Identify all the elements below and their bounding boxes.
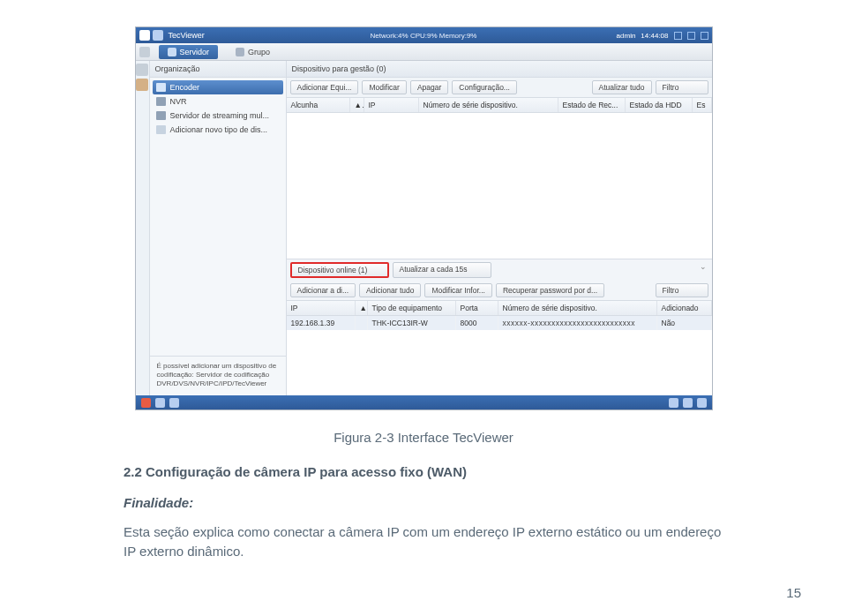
clock: 14:44:08: [641, 32, 668, 40]
content-panel: Dispositivo para gestão (0) Adicionar Eq…: [287, 61, 712, 395]
status-icon[interactable]: [169, 398, 179, 408]
col-ip[interactable]: IP: [287, 301, 356, 315]
col-serial[interactable]: Número de série dispositivo.: [419, 98, 558, 112]
add-all-button[interactable]: Adicionar tudo: [359, 283, 421, 297]
app-name: TecViewer: [169, 31, 205, 40]
table-row[interactable]: 192.168.1.39 THK-ICC13IR-W 8000 xxxxxx-x…: [287, 316, 712, 330]
col-serial[interactable]: Número de série dispositivo.: [498, 301, 657, 315]
sidebar-note: É possível adicionar um dispositivo de c…: [150, 356, 286, 395]
titlebar: TecViewer Network:4% CPU:9% Memory:9% ad…: [136, 27, 712, 43]
col-ip[interactable]: IP: [364, 98, 419, 112]
menu-icon[interactable]: [139, 47, 150, 57]
refresh-interval-button[interactable]: Atualizar a cada 15s: [393, 262, 491, 278]
left-mini-sidebar: [136, 61, 150, 395]
col-sort-icon[interactable]: ▲: [356, 301, 368, 315]
alert-icon[interactable]: [141, 398, 151, 408]
device-tree: Encoder NVR Servidor de streaming mul...…: [150, 78, 286, 356]
group-icon: [236, 48, 244, 56]
col-es[interactable]: Es: [693, 98, 712, 112]
tree-item-label: NVR: [170, 97, 187, 106]
col-recstate[interactable]: Estado de Rec...: [558, 98, 626, 112]
add-equipment-button[interactable]: Adicionar Equi...: [290, 80, 359, 94]
cell-blank: [356, 316, 368, 330]
home-icon[interactable]: [139, 30, 150, 41]
close-icon[interactable]: [701, 32, 708, 40]
online-devices-tab[interactable]: Dispositivo online (1): [290, 262, 389, 278]
col-sort-icon[interactable]: ▲: [350, 98, 364, 112]
online-devices-panel: Dispositivo online (1) Atualizar a cada …: [287, 259, 712, 395]
status-right-icon[interactable]: [697, 398, 707, 408]
filter-button[interactable]: Filtro: [656, 283, 708, 297]
server-icon: [168, 48, 176, 56]
cell-port: 8000: [456, 316, 498, 330]
tree-item-streaming[interactable]: Servidor de streaming mul...: [153, 109, 283, 123]
current-user: admin: [617, 32, 636, 40]
lower-grid-header: IP ▲ Tipo de equipamento Porta Número de…: [287, 300, 712, 316]
subheading: Finalidade:: [124, 495, 723, 510]
col-alias[interactable]: Alcunha: [287, 98, 350, 112]
tree-item-encoder[interactable]: Encoder: [153, 80, 283, 94]
minimize-icon[interactable]: [674, 32, 682, 40]
sidebar: Organização Encoder NVR Servidor de stre…: [150, 61, 287, 395]
maximize-icon[interactable]: [687, 32, 695, 40]
status-icon[interactable]: [155, 398, 165, 408]
lower-tabbar: Dispositivo online (1) Atualizar a cada …: [287, 259, 712, 281]
mini-icon[interactable]: [136, 79, 148, 91]
sidebar-title: Organização: [150, 61, 286, 78]
nvr-icon: [156, 97, 166, 106]
status-right-icon[interactable]: [683, 398, 693, 408]
mini-icon[interactable]: [136, 64, 148, 76]
col-port[interactable]: Porta: [456, 301, 498, 315]
collapse-icon[interactable]: ⌄: [700, 262, 708, 278]
tab-servidor[interactable]: Servidor: [159, 45, 219, 59]
tree-item-label: Encoder: [170, 83, 200, 92]
network-status: Network:4% CPU:9% Memory:9%: [371, 32, 477, 40]
col-added[interactable]: Adicionado: [657, 301, 712, 315]
lower-toolbar: Adicionar a di... Adicionar tudo Modific…: [287, 281, 712, 300]
tab-grupo[interactable]: Grupo: [227, 46, 279, 58]
upper-toolbar: Adicionar Equi... Modificar Apagar Confi…: [287, 78, 712, 97]
delete-button[interactable]: Apagar: [410, 80, 448, 94]
cell-added: Não: [657, 316, 712, 330]
view-tabs: Servidor Grupo: [136, 43, 712, 61]
tree-item-label: Servidor de streaming mul...: [170, 111, 270, 120]
add-to-device-button[interactable]: Adicionar a di...: [290, 283, 356, 297]
app-window: TecViewer Network:4% CPU:9% Memory:9% ad…: [135, 26, 713, 410]
lower-grid-body: [287, 330, 712, 395]
cell-serial: xxxxxx-xxxxxxxxxxxxxxxxxxxxxxxxx: [498, 316, 657, 330]
upper-title: Dispositivo para gestão (0): [287, 61, 712, 78]
modify-info-button[interactable]: Modificar Infor...: [424, 283, 491, 297]
tab-label: Servidor: [180, 48, 210, 56]
streaming-icon: [156, 111, 166, 120]
tab-label: Grupo: [248, 48, 270, 56]
recover-password-button[interactable]: Recuperar password por d...: [496, 283, 604, 297]
cell-type: THK-ICC13IR-W: [368, 316, 456, 330]
encoder-icon: [156, 83, 166, 92]
main-area: Organização Encoder NVR Servidor de stre…: [150, 61, 712, 395]
add-icon: [156, 125, 166, 134]
figure-caption: Figura 2-3 Interface TecViewer: [124, 430, 723, 445]
cell-ip: 192.168.1.39: [287, 316, 356, 330]
tree-item-add-type[interactable]: Adicionar novo tipo de dis...: [153, 123, 283, 137]
managed-devices-panel: Dispositivo para gestão (0) Adicionar Eq…: [287, 61, 712, 259]
tree-item-nvr[interactable]: NVR: [153, 94, 283, 109]
status-right-icon[interactable]: [669, 398, 678, 408]
refresh-all-button[interactable]: Atualizar tudo: [592, 80, 652, 94]
upper-grid-body: [287, 113, 712, 259]
filter-button[interactable]: Filtro: [656, 80, 708, 94]
page-number: 15: [786, 585, 801, 600]
section-heading: 2.2 Configuração de câmera IP para acess…: [124, 464, 723, 479]
document-body: Figura 2-3 Interface TecViewer 2.2 Confi…: [124, 430, 723, 561]
gear-icon[interactable]: [153, 30, 163, 41]
modify-button[interactable]: Modificar: [362, 80, 406, 94]
upper-grid-header: Alcunha ▲ IP Número de série dispositivo…: [287, 97, 712, 113]
col-type[interactable]: Tipo de equipamento: [368, 301, 456, 315]
statusbar: [136, 395, 712, 409]
tree-item-label: Adicionar novo tipo de dis...: [170, 125, 268, 134]
col-hdd[interactable]: Estado da HDD: [626, 98, 693, 112]
config-button[interactable]: Configuração...: [452, 80, 517, 94]
body-paragraph: Esta seção explica como conectar a câmer…: [124, 522, 723, 561]
